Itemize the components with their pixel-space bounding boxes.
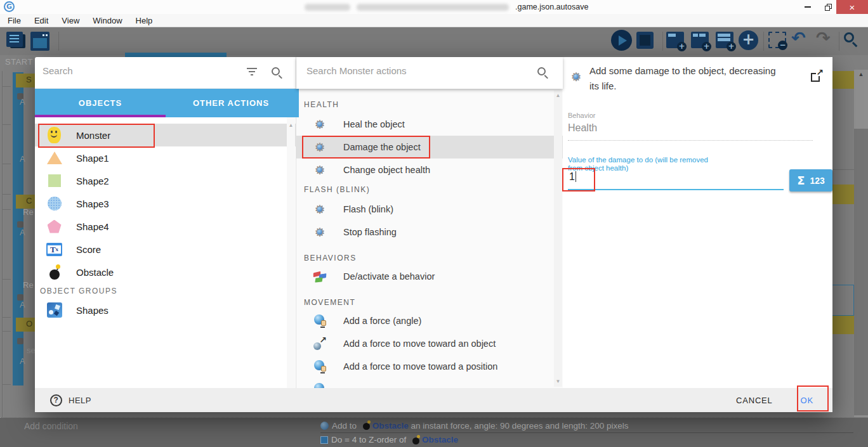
scrollbar-up-arrow[interactable]: ▲ (287, 122, 295, 128)
event-text-fragment: C (26, 196, 32, 205)
action-row-add-force-toward-object[interactable]: ↗ Add a force to move toward an object (296, 332, 563, 355)
menu-item-file[interactable]: File (6, 16, 23, 25)
event-text-fragment: O (26, 319, 32, 328)
add-new-event-button[interactable]: + (739, 30, 758, 50)
object-row-shape2[interactable]: Shape2 (35, 169, 296, 192)
scrollbar-thumb[interactable] (854, 129, 868, 415)
menu-item-edit[interactable]: Edit (32, 16, 50, 25)
event-text-fragment: A (20, 356, 25, 366)
action-label: Damage the object (343, 142, 421, 152)
menu-item-help[interactable]: Help (134, 16, 155, 25)
action-row-add-force-toward-position[interactable]: Add a force to move toward a position (296, 355, 563, 378)
section-header-flash: FLASH (BLINK) (296, 181, 563, 198)
cancel-button[interactable]: CANCEL (736, 396, 773, 405)
object-search-input[interactable] (43, 65, 233, 76)
object-label: Obstacle (76, 267, 114, 278)
action-row-stop-flashing[interactable]: ⚙ Stop flashing (296, 221, 563, 243)
action-list-scrollbar[interactable]: ▲ ▼ (554, 90, 562, 387)
ok-button[interactable]: OK (801, 396, 813, 405)
object-label: Score (76, 244, 101, 255)
object-label: Shape4 (76, 221, 109, 232)
add-comment-button[interactable]: + (716, 32, 733, 48)
project-manager-button[interactable] (6, 32, 23, 47)
square-icon (48, 174, 61, 187)
action-row-add-force-angle[interactable]: Add a force (angle) (296, 309, 563, 332)
remove-event-button[interactable]: − (768, 32, 786, 48)
event-text-fragment: A (20, 97, 25, 107)
add-sub-event-button[interactable]: + (691, 32, 709, 48)
object-search-bar (35, 57, 296, 89)
tab-other-actions[interactable]: OTHER ACTIONS (166, 89, 296, 117)
play-button[interactable] (611, 30, 632, 51)
event-action-row[interactable]: Do = 4 to Z-order of Obstacle (320, 432, 853, 446)
force-icon (314, 383, 326, 388)
event-text-fragment: Re (23, 207, 34, 217)
action-list: HEALTH ⚙ Heal the object ⚙ Damage the ob… (296, 89, 563, 388)
monster-icon (48, 127, 61, 143)
undo-button[interactable]: ↶ (791, 28, 806, 48)
menu-item-window[interactable]: Window (91, 16, 124, 25)
object-row-shape4[interactable]: Shape4 (35, 215, 296, 238)
gear-icon: ⚙ (313, 117, 327, 131)
redacted-title-segment (305, 4, 350, 11)
object-row-monster[interactable]: Monster (35, 124, 296, 146)
action-search-bar (296, 57, 563, 89)
object-row-score[interactable]: Tx Score (35, 238, 296, 261)
debug-button[interactable] (636, 32, 654, 49)
object-selector-panel: OBJECTS OTHER ACTIONS Monster Shape1 Sha… (35, 57, 296, 388)
gear-icon: ⚙ (313, 140, 327, 154)
object-row-obstacle[interactable]: Obstacle (35, 261, 296, 283)
object-row-shape1[interactable]: Shape1 (35, 146, 296, 169)
app-window: G .game.json.autosave × File Edit View W… (0, 0, 868, 447)
filter-icon[interactable] (246, 68, 258, 75)
object-row-shapes-group[interactable]: Shapes (35, 299, 296, 321)
action-row-deactivate-behavior[interactable]: De/activate a behavior (296, 265, 563, 288)
object-row-shape3[interactable]: Shape3 (35, 192, 296, 215)
scrollbar-down-arrow[interactable]: ▼ (554, 379, 562, 384)
add-condition-placeholder[interactable]: Add condition (24, 421, 78, 431)
event-icon (17, 338, 23, 344)
action-search-input[interactable] (306, 65, 522, 76)
toolbar-separator (839, 32, 839, 51)
minus-icon: − (778, 41, 787, 50)
search-icon[interactable] (272, 67, 283, 79)
circle-icon (48, 197, 62, 211)
redo-button[interactable]: ↷ (816, 28, 831, 48)
search-icon[interactable] (537, 67, 549, 79)
section-header-movement: MOVEMENT (296, 288, 563, 309)
damage-value-input[interactable]: 1 (569, 171, 576, 183)
redacted-title-segment (357, 4, 509, 11)
minimize-button[interactable] (798, 0, 817, 14)
force-icon (320, 422, 329, 430)
play-icon (619, 36, 627, 46)
selected-event-outline (829, 285, 854, 316)
action-row-damage[interactable]: ⚙ Damage the object (296, 136, 563, 159)
open-in-new-icon[interactable]: ↗ (810, 70, 823, 82)
add-event-button[interactable]: + (666, 32, 684, 48)
z-order-icon (320, 436, 328, 444)
close-button[interactable]: × (836, 0, 868, 14)
action-row-flash[interactable]: ⚙ Flash (blink) (296, 198, 563, 221)
restore-button[interactable] (819, 0, 838, 14)
help-button[interactable]: ? HELP (50, 394, 91, 406)
preview-window-button[interactable] (30, 32, 49, 51)
tab-objects[interactable]: OBJECTS (35, 89, 166, 117)
behavior-icon (313, 270, 327, 283)
expression-editor-button[interactable]: Σ 123 (789, 169, 832, 191)
object-list-scrollbar[interactable]: ▲ (287, 117, 295, 388)
section-header-health: HEALTH (296, 96, 563, 113)
scene-tab-label[interactable]: START (5, 57, 33, 67)
scrollbar-up-arrow[interactable]: ▲ (854, 71, 868, 77)
field-divider (568, 140, 813, 141)
search-events-button[interactable] (844, 32, 859, 48)
event-tree-line (2, 71, 3, 418)
behavior-field-value[interactable]: Health (568, 122, 597, 134)
action-row-heal[interactable]: ⚙ Heal the object (296, 113, 563, 136)
event-text-fragment: A (20, 228, 25, 237)
action-row-partial[interactable] (296, 378, 563, 388)
menu-item-view[interactable]: View (60, 16, 81, 25)
scrollbar-up-arrow[interactable]: ▲ (554, 93, 562, 98)
event-action-row[interactable]: Add to Obstacle an instant force, angle:… (320, 418, 853, 432)
object-list: Monster Shape1 Shape2 Shape3 Shape4 (35, 117, 296, 388)
action-row-change-health[interactable]: ⚙ Change object health (296, 159, 563, 181)
